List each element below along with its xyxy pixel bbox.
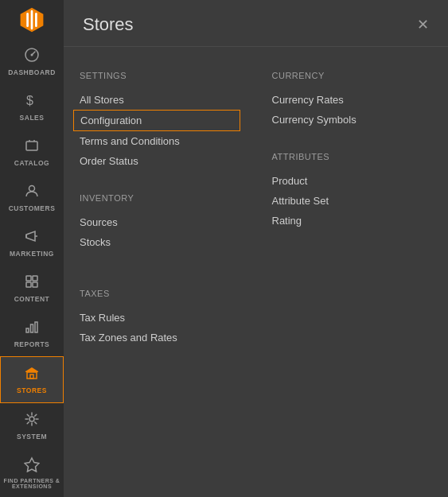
sidebar-item-sales[interactable]: $ SALES: [0, 84, 64, 130]
currency-section: Currency Currency Rates Currency Symbols: [272, 71, 433, 130]
tax-zones-link[interactable]: Tax Zones and Rates: [80, 328, 240, 348]
find-partners-icon: [24, 456, 40, 475]
svg-rect-13: [30, 375, 33, 379]
inventory-section-title: Inventory: [80, 193, 240, 203]
attributes-section: Attributes Product Attribute Set Rating: [272, 152, 433, 231]
customers-icon: [24, 183, 40, 201]
sidebar-dashboard-label: DASHBOARD: [8, 68, 56, 76]
marketing-icon: [24, 228, 40, 247]
stores-panel: Stores ✕ Settings All Stores Configurati…: [64, 0, 448, 497]
sidebar-system-label: SYSTEM: [17, 433, 47, 441]
sidebar-reports-label: REPORTS: [14, 340, 50, 348]
panel-header: Stores ✕: [64, 0, 448, 47]
sidebar-catalog-label: CATALOG: [14, 159, 49, 167]
sidebar-content-label: CONTENT: [14, 295, 50, 303]
sidebar-item-system[interactable]: SYSTEM: [0, 403, 64, 448]
svg-rect-8: [33, 282, 37, 287]
content-icon: [24, 274, 40, 292]
sidebar-sales-label: SALES: [20, 114, 45, 122]
svg-rect-7: [26, 282, 31, 287]
svg-rect-9: [26, 328, 29, 332]
svg-point-1: [31, 54, 33, 56]
sidebar-logo: [0, 0, 64, 39]
sources-link[interactable]: Sources: [80, 212, 240, 232]
sidebar-item-catalog[interactable]: CATALOG: [0, 130, 64, 175]
close-button[interactable]: ✕: [417, 17, 429, 32]
rating-link[interactable]: Rating: [272, 211, 433, 231]
attributes-section-title: Attributes: [272, 152, 433, 161]
order-status-link[interactable]: Order Status: [80, 151, 240, 171]
spacer-1: [80, 171, 240, 185]
catalog-icon: [24, 138, 40, 156]
currency-symbols-link[interactable]: Currency Symbols: [272, 110, 433, 130]
sidebar-item-reports[interactable]: REPORTS: [0, 311, 64, 356]
sidebar-find-partners-label: FIND PARTNERS & EXTENSIONS: [3, 478, 60, 489]
svg-rect-10: [31, 324, 33, 332]
spacer-2: [80, 252, 240, 266]
taxes-section: Taxes Tax Rules Tax Zones and Rates: [80, 289, 240, 348]
sales-icon: $: [24, 92, 40, 111]
menu-left-col: Settings All Stores Configuration Terms …: [64, 55, 256, 489]
settings-section-title: Settings: [80, 71, 240, 80]
svg-rect-11: [35, 322, 37, 332]
sidebar-item-stores[interactable]: STORES: [0, 356, 64, 403]
currency-section-title: Currency: [272, 71, 433, 80]
svg-point-4: [29, 186, 35, 192]
sidebar-customers-label: CUSTOMERS: [9, 204, 56, 212]
stocks-link[interactable]: Stocks: [80, 232, 240, 252]
sidebar-item-dashboard[interactable]: DASHBOARD: [0, 39, 64, 84]
configuration-link[interactable]: Configuration: [73, 110, 240, 131]
currency-rates-link[interactable]: Currency Rates: [272, 90, 433, 110]
menu-right-col: Currency Currency Rates Currency Symbols…: [256, 55, 449, 489]
inventory-section: Inventory Sources Stocks: [80, 193, 240, 252]
svg-rect-6: [33, 276, 37, 281]
sidebar-item-marketing[interactable]: MARKETING: [0, 220, 64, 266]
svg-marker-15: [25, 458, 39, 472]
all-stores-link[interactable]: All Stores: [80, 90, 240, 110]
svg-text:$: $: [26, 94, 33, 107]
menu-content: Settings All Stores Configuration Terms …: [64, 47, 448, 497]
settings-section: Settings All Stores Configuration Terms …: [80, 71, 240, 171]
sidebar-item-customers[interactable]: CUSTOMERS: [0, 175, 64, 220]
system-icon: [24, 411, 40, 429]
attribute-set-link[interactable]: Attribute Set: [272, 191, 433, 211]
reports-icon: [24, 319, 40, 337]
product-link[interactable]: Product: [272, 171, 433, 191]
dashboard-icon: [24, 47, 40, 65]
sidebar: DASHBOARD $ SALES CATALOG CUSTOMERS MARK…: [0, 0, 64, 497]
panel-title: Stores: [83, 14, 134, 35]
spacer-3: [80, 266, 240, 281]
magento-logo-icon: [18, 6, 46, 34]
stores-icon: [24, 365, 40, 383]
tax-rules-link[interactable]: Tax Rules: [80, 308, 240, 328]
sidebar-item-content[interactable]: CONTENT: [0, 266, 64, 311]
spacer-4: [272, 130, 433, 144]
sidebar-item-find-partners[interactable]: FIND PARTNERS & EXTENSIONS: [0, 448, 64, 497]
svg-rect-3: [26, 142, 37, 150]
svg-rect-5: [26, 276, 31, 281]
terms-conditions-link[interactable]: Terms and Conditions: [80, 131, 240, 151]
sidebar-marketing-label: MARKETING: [10, 250, 54, 258]
sidebar-stores-label: STORES: [17, 386, 47, 394]
svg-rect-12: [27, 372, 37, 379]
taxes-section-title: Taxes: [80, 289, 240, 298]
svg-point-14: [29, 417, 34, 421]
